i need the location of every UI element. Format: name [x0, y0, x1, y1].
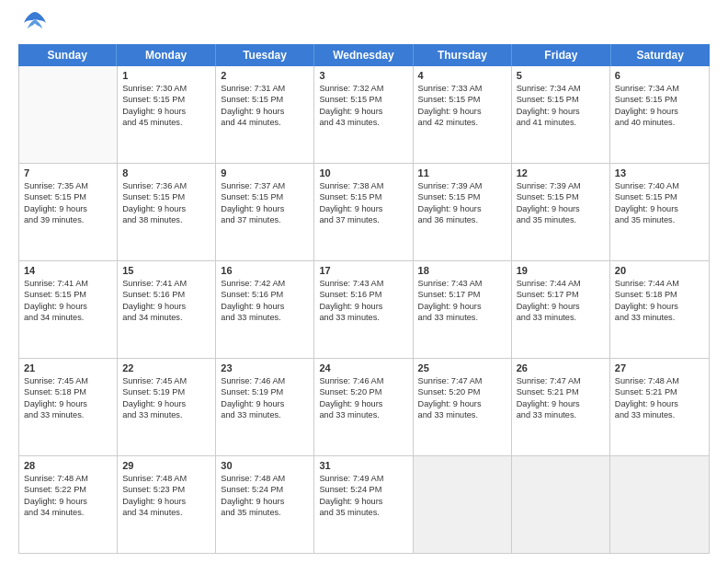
cell-info-line: and 33 minutes. [615, 312, 704, 323]
cell-info-line: and 37 minutes. [319, 214, 407, 225]
cell-info-line: Daylight: 9 hours [122, 398, 210, 409]
cell-info-line: Sunrise: 7:43 AM [319, 278, 407, 289]
cell-info-line: Sunrise: 7:39 AM [517, 180, 605, 191]
calendar-cell-23: 23Sunrise: 7:46 AMSunset: 5:19 PMDayligh… [216, 359, 314, 455]
cell-info-line: Daylight: 9 hours [24, 203, 112, 214]
cell-info-line: and 34 minutes. [122, 312, 210, 323]
cell-info-line: Sunrise: 7:31 AM [221, 83, 309, 94]
day-number: 10 [319, 167, 407, 178]
cell-info-line: Sunset: 5:15 PM [418, 94, 506, 105]
day-number: 30 [221, 460, 309, 471]
calendar-cell-8: 8Sunrise: 7:36 AMSunset: 5:15 PMDaylight… [118, 164, 216, 260]
calendar-cell-15: 15Sunrise: 7:41 AMSunset: 5:16 PMDayligh… [118, 261, 216, 358]
cell-info-line: Sunrise: 7:38 AM [319, 180, 407, 191]
cell-info-line: and 41 minutes. [517, 117, 605, 128]
cell-info-line: Sunset: 5:22 PM [24, 484, 112, 495]
day-number: 26 [517, 362, 605, 373]
cell-info-line: Sunset: 5:18 PM [24, 386, 112, 397]
cell-info-line: Daylight: 9 hours [319, 398, 407, 409]
cell-info-line: Sunset: 5:18 PM [615, 289, 704, 300]
day-number: 27 [615, 362, 704, 373]
calendar-cell-6: 6Sunrise: 7:34 AMSunset: 5:15 PMDaylight… [610, 66, 709, 163]
cell-info-line: Sunrise: 7:42 AM [221, 278, 309, 289]
calendar: SundayMondayTuesdayWednesdayThursdayFrid… [18, 44, 710, 554]
cell-info-line: and 35 minutes. [221, 507, 309, 518]
calendar-cell-3: 3Sunrise: 7:32 AMSunset: 5:15 PMDaylight… [314, 66, 413, 163]
cell-info-line: and 33 minutes. [615, 409, 704, 420]
weekday-header-sunday: Sunday [18, 44, 117, 66]
cell-info-line: Sunrise: 7:39 AM [418, 180, 506, 191]
cell-info-line: Sunrise: 7:45 AM [122, 375, 210, 386]
cell-info-line: and 33 minutes. [517, 312, 605, 323]
calendar-cell-empty-4-4 [414, 456, 512, 553]
cell-info-line: Daylight: 9 hours [221, 203, 309, 214]
cell-info-line: and 33 minutes. [221, 409, 309, 420]
weekday-header-friday: Friday [512, 44, 610, 66]
cell-info-line: Daylight: 9 hours [221, 301, 309, 312]
weekday-header-tuesday: Tuesday [216, 44, 314, 66]
cell-info-line: Daylight: 9 hours [122, 301, 210, 312]
cell-info-line: Daylight: 9 hours [517, 398, 605, 409]
cell-info-line: Sunset: 5:21 PM [615, 386, 704, 397]
cell-info-line: Daylight: 9 hours [122, 496, 210, 507]
day-number: 1 [122, 70, 210, 81]
calendar-cell-22: 22Sunrise: 7:45 AMSunset: 5:19 PMDayligh… [118, 359, 216, 455]
logo [18, 17, 48, 35]
cell-info-line: Sunrise: 7:48 AM [221, 473, 309, 484]
cell-info-line: Daylight: 9 hours [24, 301, 112, 312]
cell-info-line: Sunrise: 7:46 AM [221, 375, 309, 386]
day-number: 8 [122, 167, 210, 178]
day-number: 15 [122, 265, 210, 276]
cell-info-line: and 40 minutes. [615, 117, 704, 128]
cell-info-line: Sunrise: 7:32 AM [319, 83, 407, 94]
calendar-cell-26: 26Sunrise: 7:47 AMSunset: 5:21 PMDayligh… [512, 359, 610, 455]
calendar-cell-28: 28Sunrise: 7:48 AMSunset: 5:22 PMDayligh… [19, 456, 118, 553]
cell-info-line: Sunset: 5:15 PM [319, 94, 407, 105]
cell-info-line: Sunrise: 7:47 AM [517, 375, 605, 386]
day-number: 23 [221, 362, 309, 373]
cell-info-line: Sunrise: 7:40 AM [615, 180, 704, 191]
cell-info-line: and 35 minutes. [319, 507, 407, 518]
calendar-cell-13: 13Sunrise: 7:40 AMSunset: 5:15 PMDayligh… [610, 164, 709, 260]
cell-info-line: Sunset: 5:24 PM [221, 484, 309, 495]
cell-info-line: and 35 minutes. [517, 214, 605, 225]
cell-info-line: Daylight: 9 hours [615, 203, 704, 214]
calendar-cell-empty-4-6 [610, 456, 709, 553]
cell-info-line: Daylight: 9 hours [122, 106, 210, 117]
logo-bird-icon [22, 10, 48, 34]
day-number: 7 [24, 167, 112, 178]
cell-info-line: Daylight: 9 hours [615, 398, 704, 409]
calendar-cell-18: 18Sunrise: 7:43 AMSunset: 5:17 PMDayligh… [414, 261, 512, 358]
cell-info-line: Sunset: 5:21 PM [517, 386, 605, 397]
calendar-cell-17: 17Sunrise: 7:43 AMSunset: 5:16 PMDayligh… [314, 261, 413, 358]
cell-info-line: and 45 minutes. [122, 117, 210, 128]
cell-info-line: and 33 minutes. [221, 312, 309, 323]
calendar-cell-7: 7Sunrise: 7:35 AMSunset: 5:15 PMDaylight… [19, 164, 118, 260]
calendar-cell-16: 16Sunrise: 7:42 AMSunset: 5:16 PMDayligh… [216, 261, 314, 358]
day-number: 24 [319, 362, 407, 373]
weekday-header-monday: Monday [117, 44, 215, 66]
cell-info-line: Sunrise: 7:37 AM [221, 180, 309, 191]
calendar-cell-21: 21Sunrise: 7:45 AMSunset: 5:18 PMDayligh… [19, 359, 118, 455]
cell-info-line: and 42 minutes. [418, 117, 506, 128]
day-number: 13 [615, 167, 704, 178]
cell-info-line: Sunrise: 7:47 AM [418, 375, 506, 386]
day-number: 20 [615, 265, 704, 276]
calendar-cell-24: 24Sunrise: 7:46 AMSunset: 5:20 PMDayligh… [314, 359, 413, 455]
cell-info-line: and 33 minutes. [418, 409, 506, 420]
calendar-row-5: 28Sunrise: 7:48 AMSunset: 5:22 PMDayligh… [19, 456, 709, 553]
cell-info-line: Sunset: 5:23 PM [122, 484, 210, 495]
day-number: 2 [221, 70, 309, 81]
cell-info-line: Sunrise: 7:45 AM [24, 375, 112, 386]
cell-info-line: Sunset: 5:20 PM [418, 386, 506, 397]
calendar-cell-11: 11Sunrise: 7:39 AMSunset: 5:15 PMDayligh… [414, 164, 512, 260]
cell-info-line: Daylight: 9 hours [122, 203, 210, 214]
day-number: 21 [24, 362, 112, 373]
cell-info-line: Sunrise: 7:41 AM [122, 278, 210, 289]
cell-info-line: and 34 minutes. [122, 507, 210, 518]
page: SundayMondayTuesdayWednesdayThursdayFrid… [0, 0, 728, 563]
day-number: 11 [418, 167, 506, 178]
cell-info-line: Sunrise: 7:48 AM [24, 473, 112, 484]
day-number: 9 [221, 167, 309, 178]
day-number: 6 [615, 70, 704, 81]
